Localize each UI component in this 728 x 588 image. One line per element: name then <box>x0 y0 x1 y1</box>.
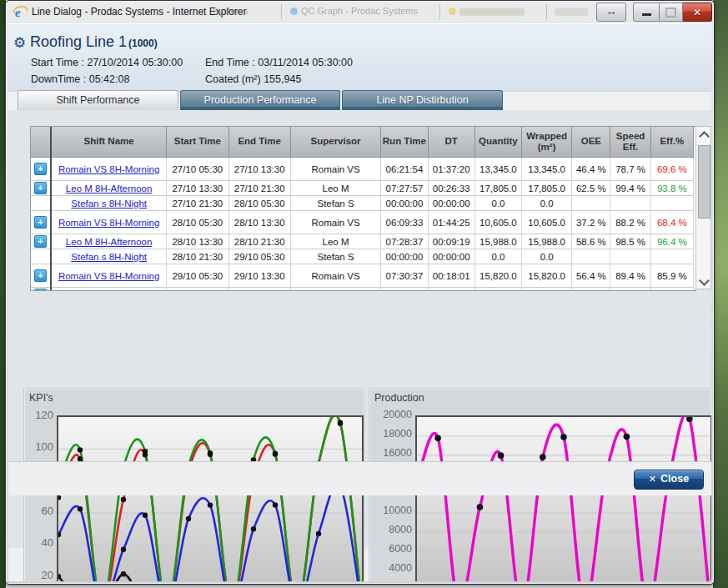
cell-eff-percent: 96.6 % <box>650 288 693 292</box>
shift-name-link[interactable]: Romain VS 8H-Morning <box>58 218 159 228</box>
y-axis-tick-label: 18000 <box>371 428 412 440</box>
expand-row-button[interactable]: + <box>34 269 47 282</box>
background-tab-ghost <box>555 8 588 16</box>
chevron-up-icon[interactable] <box>699 131 710 142</box>
shift-name-cell: Stefan s 8H-Night <box>51 196 167 211</box>
cell-supervisor: Leo M <box>290 234 380 249</box>
y-axis-tick-label: 120 <box>25 409 53 421</box>
cell-dt: 00:00:00 <box>428 288 474 292</box>
column-header-end-time: End Time <box>228 127 290 158</box>
cell-dt: 01:37:20 <box>428 158 474 181</box>
cell-end-time: 29/10 21:30 <box>228 288 290 292</box>
cell-end-time: 29/10 13:30 <box>228 264 290 288</box>
cell-oee: 64.9 % <box>572 288 610 292</box>
cell-start-time: 27/10 21:30 <box>167 196 228 211</box>
cell-run-time: 07:28:37 <box>381 234 428 249</box>
data-point <box>273 502 278 507</box>
shift-name-link[interactable]: Romain VS 8H-Morning <box>58 271 159 281</box>
cell-run-time: 06:21:54 <box>381 158 428 181</box>
minimize-button[interactable] <box>633 3 660 22</box>
cell-dt: 00:00:00 <box>428 196 474 211</box>
tab-line-np-distirbution[interactable]: Line NP Distirbution <box>342 90 503 110</box>
shift-name-link[interactable]: Leo M 8H-Afternoon <box>66 237 153 247</box>
cell-end-time: 27/10 21:30 <box>228 181 290 196</box>
shift-name-link[interactable]: Leo M 8H-Afternoon <box>66 289 153 291</box>
cell-quantity: 0.0 <box>474 196 521 211</box>
shift-name-link[interactable]: Romain VS 8H-Morning <box>58 164 159 174</box>
table-row: +Romain VS 8H-Morning28/10 05:3028/10 13… <box>31 211 694 234</box>
cell-start-time: 29/10 13:30 <box>167 288 228 292</box>
tab-shift-performance[interactable]: Shift Performance <box>18 90 178 110</box>
maximize-icon <box>665 8 676 18</box>
cell-supervisor: Leo M <box>290 181 380 196</box>
data-point <box>121 547 126 552</box>
background-tab-ghost: Systems <box>213 6 248 16</box>
expand-row-button[interactable]: + <box>34 163 47 175</box>
expand-cell <box>31 196 51 211</box>
gear-icon: ⚙ <box>13 34 26 52</box>
cell-start-time: 27/10 13:30 <box>167 181 228 196</box>
close-dialog-button[interactable]: ✕Close <box>634 470 704 490</box>
dialog-footer: ✕Close <box>8 461 711 495</box>
data-point <box>624 434 630 440</box>
expand-cell <box>31 249 51 264</box>
expand-row-button[interactable]: + <box>34 216 47 229</box>
cell-end-time: 28/10 13:30 <box>228 211 290 234</box>
cell-wrapped: 17,913.0 <box>522 288 572 292</box>
window-titlebar[interactable]: e Line Dialog - Prodac Systems - Interne… <box>6 1 714 23</box>
data-point <box>273 451 278 456</box>
cell-wrapped: 10,605.0 <box>522 211 572 234</box>
expand-row-button[interactable]: + <box>34 182 47 194</box>
cell-end-time: 29/10 05:30 <box>228 249 290 264</box>
cell-speed-eff: 98.5 % <box>610 234 650 249</box>
cell-dt: 00:26:33 <box>428 181 474 196</box>
cell-end-time: 28/10 21:30 <box>228 234 290 249</box>
desktop-background-right <box>713 0 728 588</box>
cell-run-time: 07:30:37 <box>381 264 428 288</box>
close-icon: ✕ <box>693 7 701 18</box>
column-header-shift-name: Shift Name <box>51 127 167 158</box>
cell-eff-percent <box>650 249 693 264</box>
background-tab-ghost <box>290 8 298 15</box>
shift-name-cell: Romain VS 8H-Morning <box>51 264 167 288</box>
cell-run-time: 07:29:03 <box>381 288 428 292</box>
background-tab-ghost <box>439 4 440 19</box>
cell-start-time: 27/10 05:30 <box>167 158 228 181</box>
cell-run-time: 00:00:00 <box>381 196 428 211</box>
chevron-down-icon[interactable] <box>699 275 710 286</box>
table-row: +Leo M 8H-Afternoon29/10 13:3029/10 21:3… <box>31 288 694 292</box>
left-right-arrow-icon: ↔ <box>606 5 617 18</box>
background-tab-ghost <box>281 4 282 19</box>
expand-cell: + <box>31 234 51 249</box>
shift-name-link[interactable]: Leo M 8H-Afternoon <box>66 183 153 193</box>
cell-eff-percent: 93.8 % <box>650 181 693 196</box>
series-line-eff- <box>58 417 362 581</box>
window-resize-button[interactable]: ↔ <box>596 3 626 22</box>
internet-explorer-icon: e <box>13 5 28 20</box>
shift-name-link[interactable]: Stefan s 8H-Night <box>71 252 147 262</box>
cell-speed-eff <box>610 196 650 211</box>
maximize-button[interactable] <box>660 3 683 22</box>
data-point <box>540 454 546 460</box>
cell-oee: 62.5 % <box>572 181 610 196</box>
shift-name-link[interactable]: Stefan s 8H-Night <box>71 199 147 209</box>
production-chart-title: Production <box>374 392 424 404</box>
table-scrollbar[interactable] <box>695 126 711 289</box>
column-header-expand <box>31 127 51 158</box>
tab-production-performance[interactable]: Production Performance <box>180 90 340 110</box>
window-close-button[interactable]: ✕ <box>683 3 712 22</box>
data-point <box>434 435 441 441</box>
expand-row-button[interactable]: + <box>34 235 47 248</box>
cell-wrapped: 0.0 <box>522 249 572 264</box>
cell-speed-eff: 88.2 % <box>610 211 650 234</box>
expand-row-button[interactable]: + <box>34 289 47 291</box>
scrollbar-thumb[interactable] <box>698 145 710 219</box>
data-point <box>78 447 83 452</box>
cell-quantity: 17,805.0 <box>474 181 521 196</box>
column-header-quantity: Quantity <box>474 127 521 158</box>
table-row: +Leo M 8H-Afternoon28/10 13:3028/10 21:3… <box>31 234 694 249</box>
series-line-dt <box>58 574 362 581</box>
data-point <box>58 495 61 500</box>
column-header-speed-eff-: Speed Eff. <box>610 127 650 158</box>
data-point <box>121 497 126 502</box>
